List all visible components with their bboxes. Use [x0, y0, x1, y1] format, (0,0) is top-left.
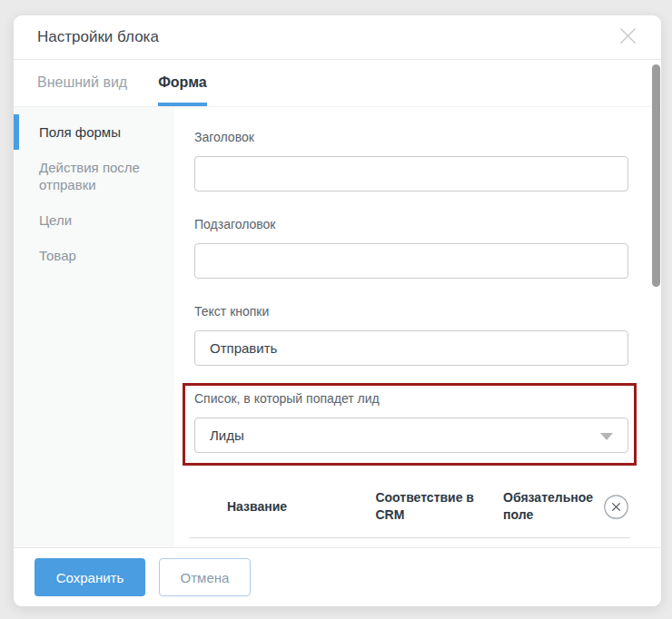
- scrollbar-thumb[interactable]: [652, 64, 660, 287]
- lead-list-label: Список, в который попадет лид: [194, 391, 628, 407]
- sidebar-item-goals[interactable]: Цели: [14, 202, 174, 238]
- dialog-body: Поля формы Действия после отправки Цели …: [14, 107, 661, 547]
- title-input[interactable]: [194, 156, 628, 192]
- close-button[interactable]: [618, 27, 637, 47]
- subtitle-field-group: Подзаголовок: [194, 217, 628, 279]
- lead-list-selected-value: Лиды: [210, 427, 244, 443]
- dialog-header: Настройки блока: [14, 15, 661, 60]
- button-text-field-label: Текст кнопки: [194, 304, 628, 319]
- form-settings-panel: Заголовок Подзаголовок Текст кнопки Спис…: [174, 107, 661, 547]
- tab-appearance[interactable]: Внешний вид: [37, 60, 127, 106]
- circle-x-icon: [604, 507, 628, 522]
- sidebar: Поля формы Действия после отправки Цели …: [14, 107, 174, 547]
- remove-row-button[interactable]: [604, 495, 628, 519]
- button-text-input[interactable]: [194, 330, 628, 366]
- title-field-group: Заголовок: [194, 130, 628, 192]
- column-header-crm-mapping: Соответствие в CRM: [375, 489, 503, 524]
- dialog-title: Настройки блока: [37, 28, 159, 46]
- tab-bar: Внешний вид Форма: [14, 60, 661, 107]
- block-settings-dialog: Настройки блока Внешний вид Форма Поля ф…: [14, 15, 661, 606]
- sidebar-item-after-submit-actions[interactable]: Действия после отправки: [14, 150, 174, 202]
- fields-table-header: Название Соответствие в CRM Обязательное…: [194, 489, 628, 524]
- subtitle-field-label: Подзаголовок: [194, 217, 628, 232]
- lead-list-highlight-box: Список, в который попадет лид Лиды: [183, 383, 637, 466]
- sidebar-item-product[interactable]: Товар: [14, 238, 174, 273]
- button-text-field-group: Текст кнопки: [194, 304, 628, 366]
- dialog-footer: Сохранить Отмена: [14, 547, 661, 606]
- save-button[interactable]: Сохранить: [35, 558, 145, 596]
- column-header-required-field: Обязательное поле: [503, 489, 604, 524]
- cancel-button[interactable]: Отмена: [159, 558, 251, 596]
- close-icon: [619, 27, 637, 48]
- title-field-label: Заголовок: [194, 130, 628, 145]
- subtitle-input[interactable]: [194, 243, 628, 279]
- lead-list-select[interactable]: Лиды: [194, 418, 628, 453]
- tab-form[interactable]: Форма: [158, 60, 207, 106]
- chevron-down-icon: [600, 433, 613, 440]
- column-header-name: Название: [227, 498, 375, 516]
- table-divider: [189, 537, 630, 538]
- sidebar-item-form-fields[interactable]: Поля формы: [14, 114, 174, 150]
